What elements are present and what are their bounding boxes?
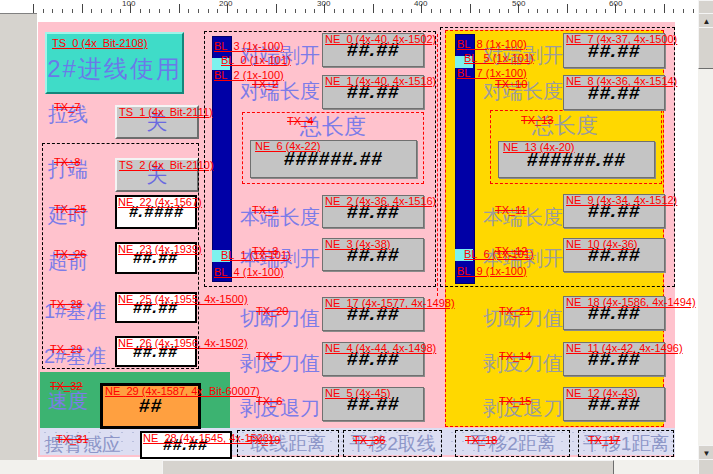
- tx-tag: TX_11: [495, 204, 527, 216]
- main-switch-label: 2#进线使用: [47, 53, 182, 85]
- tx-tag: TX_12: [495, 245, 527, 257]
- ruler-number: 600: [609, 0, 622, 8]
- pull-wire-toggle-button[interactable]: TS_1 (4x_Bit-2111) 关: [115, 105, 199, 139]
- address-tag: NE_18 (4x-1586, 4x-1494): [566, 296, 696, 308]
- speed-value-field[interactable]: NE_29 (4x-1587, 4x_Bit-60007) ##: [100, 383, 201, 429]
- ne3-value-field[interactable]: NE_3 (4x-38) ##.##: [322, 238, 424, 271]
- param-value: ##: [138, 395, 163, 417]
- bl-tag: BL_3 (1x-100): [214, 40, 284, 52]
- tx-tag: TX_13: [521, 114, 553, 126]
- ne17-value-field[interactable]: NE_17 (4x-1577, 4x-1498) ##.##: [322, 297, 424, 331]
- ne7-value-field[interactable]: NE_7 (4x-37, 4x-1500) ##.##: [563, 33, 665, 68]
- tx-tag: TX_28: [50, 298, 82, 310]
- tx-tag: TX_1: [252, 204, 278, 216]
- ne5-value-field[interactable]: NE_5 (4x-45) ##.##: [322, 387, 424, 421]
- scrollbar-corner: [698, 459, 713, 474]
- address-tag: NE_6 (4x-22): [255, 140, 320, 152]
- bl-tag: BL_8 (1x-100): [457, 38, 527, 50]
- address-tag: NE_1 (4x-40, 4x-1518): [325, 75, 436, 87]
- address-tag: NE_25 (4x-1955, 4x-1500): [118, 293, 248, 305]
- address-tag: TS_2 (4x_Bit-2110): [119, 159, 214, 171]
- tx-tag: TX_4: [287, 115, 313, 127]
- bl-tag: BL_9 (1x-100): [457, 265, 527, 277]
- address-tag: NE_11 (4x-42, 4x-1496): [566, 342, 683, 354]
- bl-tag: BL_5 (1x-101): [464, 52, 534, 64]
- address-tag: NE_4 (4x-44, 4x-1498): [325, 342, 436, 354]
- tx-tag: TX_18: [465, 434, 497, 446]
- horizontal-scrollbar-thumb[interactable]: [162, 460, 614, 474]
- ne8-value-field[interactable]: NE_8 (4x-36, 4x-1514) ##.##: [563, 75, 665, 110]
- vertical-scrollbar-thumb[interactable]: [698, 27, 713, 69]
- bl-tag: BL_4 (1x-100): [214, 266, 284, 278]
- tx-tag: TX_32: [50, 380, 82, 392]
- tx-tag: TX_7: [54, 101, 80, 113]
- speed-label: 速度: [48, 390, 88, 412]
- ne18-value-field[interactable]: NE_18 (4x-1586, 4x-1494) ##.##: [563, 296, 665, 330]
- arrow-up-icon: ▲: [703, 17, 711, 26]
- tx-tag: TX_10: [495, 78, 527, 90]
- tx-tag: TX_36: [353, 434, 385, 446]
- address-tag: TS_1 (4x_Bit-2111): [119, 106, 213, 118]
- address-tag: NE_9 (4x-34, 4x-1512): [566, 194, 677, 206]
- ne12-value-field[interactable]: NE_12 (4x-43) ##.##: [563, 387, 665, 421]
- arrow-down-icon: ▼: [703, 449, 711, 458]
- address-tag: NE_0 (4x-40, 4x-1502): [325, 33, 436, 45]
- tx-tag: TX_21: [499, 305, 531, 317]
- tx-tag: TX_25: [54, 203, 86, 215]
- bl-tag: BL_0 (1x-101): [221, 54, 291, 66]
- shift1-distance-button[interactable]: 平移1距离 TX_17: [578, 430, 674, 457]
- tx-tag: TX_29: [50, 343, 82, 355]
- tx-tag: TX_3: [252, 245, 278, 257]
- address-tag: NE_3 (4x-38): [325, 238, 390, 250]
- address-tag: NE_7 (4x-37, 4x-1500): [566, 33, 677, 45]
- main-switch-button[interactable]: TS_0 (4x_Bit-2108) 2#进线使用: [45, 32, 184, 94]
- crimp-toggle-button[interactable]: TS_2 (4x_Bit-2110) 关: [115, 158, 199, 192]
- ne1-value-field[interactable]: NE_1 (4x-40, 4x-1518) ##.##: [322, 75, 424, 109]
- ne10-value-field[interactable]: NE_10 (4x-36) ##.##: [563, 238, 665, 272]
- address-tag: NE_12 (4x-43): [566, 387, 638, 399]
- address-tag: NE_22 (4x-1567): [118, 196, 202, 208]
- delay-value-field[interactable]: NE_22 (4x-1567) #.####: [115, 195, 197, 229]
- tx-tag: TX_17: [588, 434, 620, 446]
- ne0-value-field[interactable]: NE_0 (4x-40, 4x-1502) ##.##: [322, 33, 424, 67]
- address-tag: NE_26 (4x-1956, 4x-1502): [118, 337, 248, 349]
- advance-value-field[interactable]: NE_23 (4x-1939) ##.##: [115, 242, 197, 274]
- ref1-value-field[interactable]: NE_25 (4x-1955, 4x-1500) ##.##: [115, 292, 197, 323]
- address-tag: NE_2 (4x-36, 4x-1516): [325, 195, 436, 207]
- ne9-value-field[interactable]: NE_9 (4x-34, 4x-1512) ##.##: [563, 194, 665, 228]
- tx-tag: TX_26: [54, 248, 86, 260]
- address-tag: TS_0 (4x_Bit-2108): [52, 37, 147, 49]
- tx-tag: TX_31: [56, 433, 88, 445]
- total-length-value-field[interactable]: NE_6 (4x-22) ######.##: [250, 140, 417, 178]
- vertical-scrollbar[interactable]: [698, 0, 713, 474]
- wire-pick-distance-button[interactable]: 取线距离 TX_19: [237, 430, 339, 457]
- shift2-distance-button[interactable]: 平移2距离 TX_18: [455, 430, 570, 457]
- address-tag: NE_23 (4x-1939): [118, 243, 202, 255]
- ruler-number: 100: [122, 0, 135, 8]
- tx-tag: TX_19: [248, 434, 280, 446]
- address-tag: NE_10 (4x-36): [566, 238, 638, 250]
- ref2-value-field[interactable]: NE_26 (4x-1956, 4x-1502) ##.##: [115, 336, 197, 367]
- address-tag: NE_5 (4x-45): [325, 387, 390, 399]
- ne2-value-field[interactable]: NE_2 (4x-36, 4x-1516) ##.##: [322, 195, 424, 228]
- address-tag: NE_29 (4x-1587, 4x_Bit-60007): [105, 385, 260, 397]
- tx-tag: TX_15: [499, 395, 531, 407]
- tx-tag: TX_2: [252, 78, 278, 90]
- ruler-number: 500: [512, 0, 525, 8]
- horizontal-ruler: 100 200 300 400 500 600: [0, 0, 698, 14]
- total-length-value-field[interactable]: NE_13 (4x-20) ######.##: [498, 141, 655, 178]
- address-tag: NE_13 (4x-20): [503, 141, 575, 153]
- ne11-value-field[interactable]: NE_11 (4x-42, 4x-1496) ##.##: [563, 342, 665, 376]
- ruler-number: 400: [414, 0, 427, 8]
- ne28-value-field[interactable]: NE_28 (4x-1545, 4x-1508) ##.##: [140, 431, 232, 459]
- tx-tag: TX_6: [256, 395, 282, 407]
- address-tag: NE_17 (4x-1577, 4x-1498): [325, 297, 455, 309]
- tx-tag: TX_5: [256, 350, 282, 362]
- shift2-pick-button[interactable]: 平移2取线 TX_36: [343, 430, 442, 457]
- tx-tag: TX_8: [54, 156, 80, 168]
- ruler-number: 300: [317, 0, 330, 8]
- red-guide-line: [437, 34, 438, 296]
- ne4-value-field[interactable]: NE_4 (4x-44, 4x-1498) ##.##: [322, 342, 424, 376]
- ruler-number: 200: [219, 0, 232, 8]
- tx-tag: TX_20: [256, 305, 288, 317]
